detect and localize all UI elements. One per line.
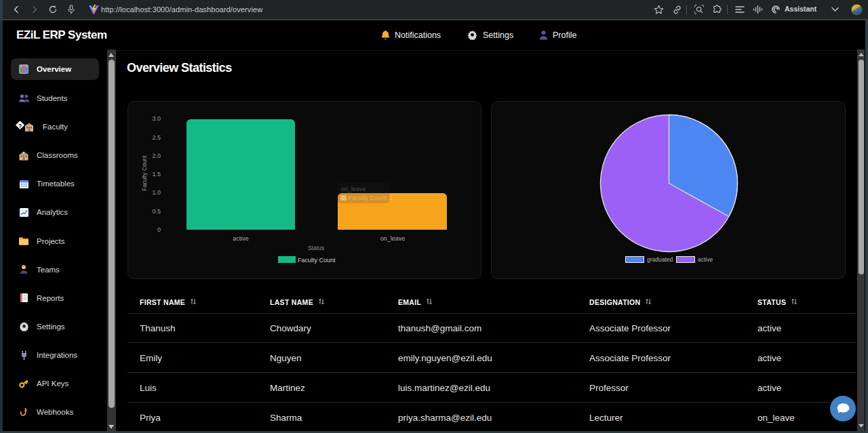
svg-text:?: ? bbox=[18, 123, 22, 129]
